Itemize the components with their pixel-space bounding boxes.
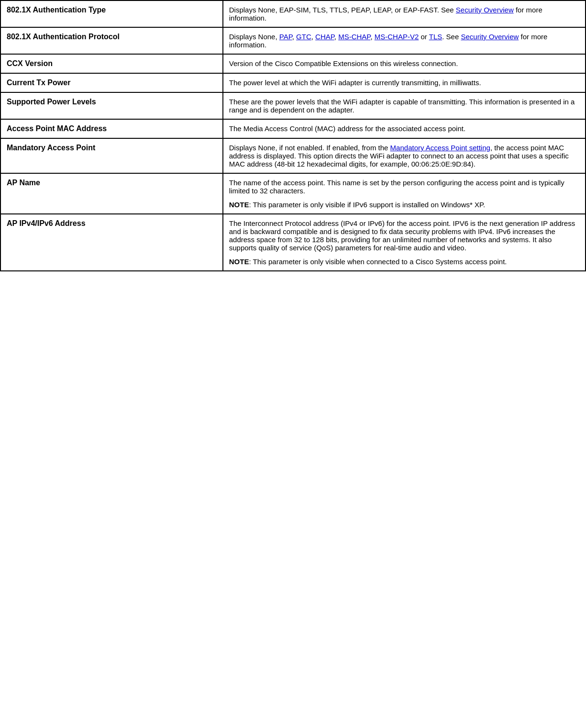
ap-ipv4-note-label: NOTE bbox=[229, 258, 249, 266]
mschapv2-link[interactable]: MS-CHAP-V2 bbox=[375, 33, 419, 41]
table-row: Access Point MAC Address The Media Acces… bbox=[0, 119, 586, 138]
ap-ipv4-paragraph-2: NOTE: This parameter is only visible whe… bbox=[229, 258, 579, 266]
table-row: AP Name The name of the access point. Th… bbox=[0, 173, 586, 214]
ap-ipv4-paragraph-1: The Interconnect Protocol address (IPv4 … bbox=[229, 219, 579, 252]
security-overview-link-1[interactable]: Security Overview bbox=[456, 6, 514, 14]
table-row: Mandatory Access Point Displays None, if… bbox=[0, 138, 586, 173]
security-overview-link-2[interactable]: Security Overview bbox=[461, 33, 519, 41]
table-row: Supported Power Levels These are the pow… bbox=[0, 92, 586, 119]
table-row: CCX Version Version of the Cisco Compati… bbox=[0, 54, 586, 73]
desc-ccx-version: Version of the Cisco Compatible Extensio… bbox=[223, 54, 586, 73]
gtc-link[interactable]: GTC bbox=[296, 33, 311, 41]
term-auth-type: 802.1X Authentication Type bbox=[0, 0, 223, 27]
table-row: 802.1X Authentication Type Displays None… bbox=[0, 0, 586, 27]
term-ap-mac-address: Access Point MAC Address bbox=[0, 119, 223, 138]
term-supported-power-levels: Supported Power Levels bbox=[0, 92, 223, 119]
desc-ap-ipv4-ipv6: The Interconnect Protocol address (IPv4 … bbox=[223, 214, 586, 271]
desc-auth-type: Displays None, EAP-SIM, TLS, TTLS, PEAP,… bbox=[223, 0, 586, 27]
term-ap-name: AP Name bbox=[0, 173, 223, 214]
chap-link[interactable]: CHAP bbox=[315, 33, 334, 41]
tls-link[interactable]: TLS bbox=[429, 33, 442, 41]
desc-mandatory-ap: Displays None, if not enabled. If enable… bbox=[223, 138, 586, 173]
table-row: Current Tx Power The power level at whic… bbox=[0, 73, 586, 92]
desc-ap-mac-address: The Media Access Control (MAC) address f… bbox=[223, 119, 586, 138]
desc-supported-power-levels: These are the power levels that the WiFi… bbox=[223, 92, 586, 119]
ap-name-paragraph-1: The name of the access point. This name … bbox=[229, 179, 579, 195]
desc-ap-name: The name of the access point. This name … bbox=[223, 173, 586, 214]
term-mandatory-ap: Mandatory Access Point bbox=[0, 138, 223, 173]
mandatory-ap-setting-link[interactable]: Mandatory Access Point setting bbox=[390, 144, 490, 152]
term-ap-ipv4-ipv6: AP IPv4/IPv6 Address bbox=[0, 214, 223, 271]
desc-auth-protocol: Displays None, PAP, GTC, CHAP, MS-CHAP, … bbox=[223, 27, 586, 54]
term-auth-protocol: 802.1X Authentication Protocol bbox=[0, 27, 223, 54]
pap-link[interactable]: PAP bbox=[279, 33, 292, 41]
term-ccx-version: CCX Version bbox=[0, 54, 223, 73]
ap-name-note-label: NOTE bbox=[229, 201, 249, 209]
main-table: 802.1X Authentication Type Displays None… bbox=[0, 0, 586, 271]
ap-name-paragraph-2: NOTE: This parameter is only visible if … bbox=[229, 201, 579, 209]
desc-current-tx-power: The power level at which the WiFi adapte… bbox=[223, 73, 586, 92]
term-current-tx-power: Current Tx Power bbox=[0, 73, 223, 92]
table-row: 802.1X Authentication Protocol Displays … bbox=[0, 27, 586, 54]
mschap-link[interactable]: MS-CHAP bbox=[338, 33, 370, 41]
table-row: AP IPv4/IPv6 Address The Interconnect Pr… bbox=[0, 214, 586, 271]
